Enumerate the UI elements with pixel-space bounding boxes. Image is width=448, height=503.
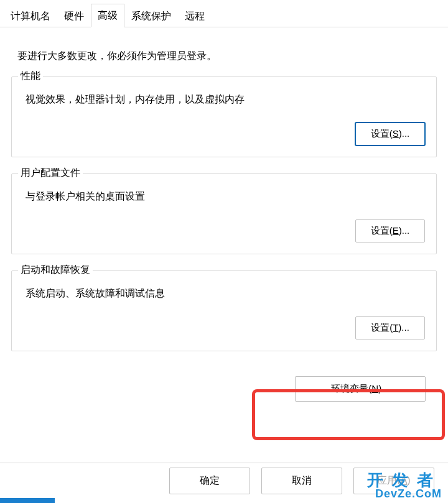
group-performance-title: 性能 <box>18 70 43 83</box>
button-label: 设置(T)... <box>371 322 409 333</box>
dialog-buttons: 确定 取消 应用(A) <box>169 468 434 494</box>
startup-recovery-settings-button[interactable]: 设置(T)... <box>355 316 425 339</box>
user-profiles-settings-button[interactable]: 设置(E)... <box>355 219 425 242</box>
group-performance-desc: 视觉效果，处理器计划，内存使用，以及虚拟内存 <box>26 93 425 106</box>
group-startup-recovery: 启动和故障恢复 系统启动、系统故障和调试信息 设置(T)... <box>11 270 437 351</box>
tab-system-protection[interactable]: 系统保护 <box>124 4 178 27</box>
bottom-strip <box>0 498 55 503</box>
admin-notice: 要进行大多数更改，你必须作为管理员登录。 <box>17 50 434 63</box>
tab-bar: 计算机名 硬件 高级 系统保护 远程 <box>0 0 448 27</box>
group-startup-recovery-title: 启动和故障恢复 <box>18 264 93 277</box>
environment-variables-button[interactable]: 环境变量(N)... <box>295 376 426 402</box>
group-user-profiles-title: 用户配置文件 <box>18 167 83 180</box>
button-label: 设置(E)... <box>371 225 410 236</box>
bottom-separator <box>0 463 448 463</box>
tab-panel-advanced: 要进行大多数更改，你必须作为管理员登录。 性能 视觉效果，处理器计划，内存使用，… <box>0 27 448 414</box>
button-label: 环境变量(N)... <box>331 383 389 394</box>
group-performance: 性能 视觉效果，处理器计划，内存使用，以及虚拟内存 设置(S)... <box>11 76 437 157</box>
group-startup-recovery-desc: 系统启动、系统故障和调试信息 <box>26 287 425 300</box>
group-user-profiles: 用户配置文件 与登录帐户相关的桌面设置 设置(E)... <box>11 173 437 254</box>
ok-button[interactable]: 确定 <box>169 468 250 494</box>
performance-settings-button[interactable]: 设置(S)... <box>355 122 425 145</box>
tab-advanced[interactable]: 高级 <box>91 4 124 27</box>
cancel-button[interactable]: 取消 <box>261 468 342 494</box>
tab-hardware[interactable]: 硬件 <box>57 4 91 27</box>
group-user-profiles-desc: 与登录帐户相关的桌面设置 <box>26 190 425 203</box>
tab-computer-name[interactable]: 计算机名 <box>4 4 57 27</box>
env-row: 环境变量(N)... <box>11 367 437 408</box>
button-label: 应用(A) <box>377 475 410 486</box>
apply-button[interactable]: 应用(A) <box>353 468 434 494</box>
tab-remote[interactable]: 远程 <box>178 4 212 27</box>
button-label: 设置(S)... <box>371 128 410 139</box>
